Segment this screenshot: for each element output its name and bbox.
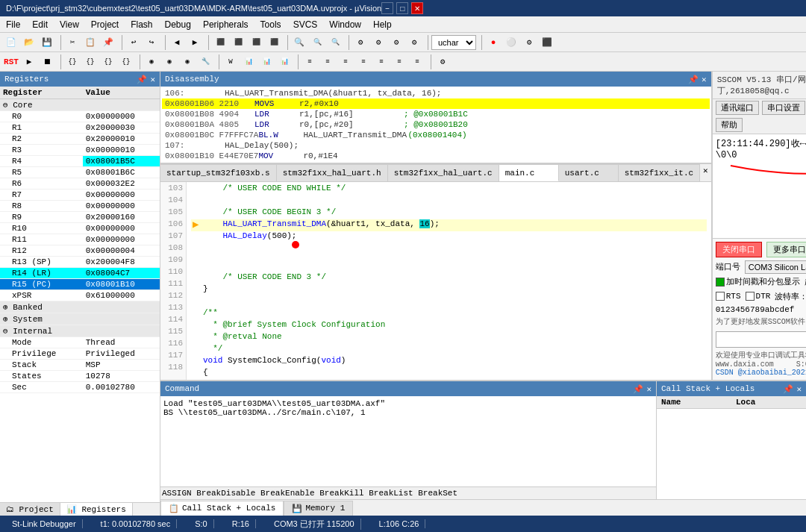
src-tab-uart-c[interactable]: stm32f1xx_hal_uart.c xyxy=(388,164,499,181)
code-line-116: void SystemClock_Config(void) xyxy=(191,356,707,368)
tb2-step2[interactable]: {} xyxy=(82,54,99,70)
reg-R5-name: R5 xyxy=(0,167,83,178)
disassembly-close-icon[interactable]: ✕ xyxy=(702,75,707,84)
tb2-bp1[interactable]: ◉ xyxy=(143,54,160,70)
disassembly-content[interactable]: 106: HAL_UART_Transmit_DMA(&huart1, tx_d… xyxy=(160,87,711,163)
menu-project[interactable]: Project xyxy=(85,16,125,32)
disassembly-pin-icon[interactable]: 📌 xyxy=(688,75,699,84)
tb-fwd[interactable]: ▶ xyxy=(187,34,203,51)
bottom-tab-callstack[interactable]: 📋 Call Stack + Locals xyxy=(160,501,284,516)
tb-copy[interactable]: 📋 xyxy=(82,34,99,51)
tb2-w2[interactable]: 📊 xyxy=(240,54,257,70)
sscom-use-text: 欢迎使用专业串口调试工具SSCOM！作者：刁小猛(丁丁),大虾电子广 xyxy=(716,350,806,360)
tb-b2[interactable]: ⬛ xyxy=(230,34,246,51)
tb2-w4[interactable]: 📊 xyxy=(276,54,293,70)
tb-nav2[interactable]: ⚙ xyxy=(370,34,387,51)
tb-nav4[interactable]: ⚙ xyxy=(406,34,422,51)
tb2-step4[interactable]: {} xyxy=(118,54,134,70)
tb2-p3[interactable]: ≡ xyxy=(337,54,354,70)
tb-b1[interactable]: ⬛ xyxy=(212,34,228,51)
tb2-gear[interactable]: ⚙ xyxy=(434,54,451,70)
tb-find[interactable]: 🔍 xyxy=(291,34,307,51)
tb-run4[interactable]: ⬛ xyxy=(539,34,555,51)
tb2-step3[interactable]: {} xyxy=(100,54,116,70)
call-stack-pin-icon[interactable]: 📌 xyxy=(783,384,793,394)
tb-cut[interactable]: ✂ xyxy=(64,34,81,51)
tb-undo[interactable]: ↩ xyxy=(125,34,142,51)
src-tab-main[interactable]: main.c xyxy=(499,164,559,181)
tb2-bp3[interactable]: ◉ xyxy=(179,54,196,70)
tb-run3[interactable]: ⚙ xyxy=(521,34,537,51)
src-tab-usart[interactable]: usart.c xyxy=(559,164,619,181)
tb-b4[interactable]: ⬛ xyxy=(266,34,282,51)
command-pin-icon[interactable]: 📌 xyxy=(633,384,643,394)
tb-save[interactable]: 💾 xyxy=(39,34,55,51)
command-input[interactable] xyxy=(162,489,655,498)
tb2-bp2[interactable]: ◉ xyxy=(161,54,178,70)
tb-new[interactable]: 📄 xyxy=(3,34,19,51)
tab-registers[interactable]: 📊 Registers xyxy=(60,503,133,516)
target-select[interactable]: uchar xyxy=(431,35,476,50)
sscom-help-btn[interactable]: 帮助 xyxy=(716,118,743,132)
menu-flash[interactable]: Flash xyxy=(125,16,158,32)
registers-pin-icon[interactable]: 📌 xyxy=(137,75,147,84)
tb2-p5[interactable]: ≡ xyxy=(373,54,390,70)
tb-find3[interactable]: 🔍 xyxy=(327,34,343,51)
sscom-close-port-btn[interactable]: 关闭串口 xyxy=(716,242,762,257)
menu-file[interactable]: File xyxy=(0,16,26,32)
close-button[interactable]: ✕ xyxy=(411,2,423,14)
tb2-w3[interactable]: 📊 xyxy=(258,54,275,70)
tb-redo[interactable]: ↪ xyxy=(143,34,160,51)
tb-nav1[interactable]: ⚙ xyxy=(352,34,369,51)
sscom-settings-btn[interactable]: 串口设置 xyxy=(762,101,805,115)
tb-find2[interactable]: 🔍 xyxy=(309,34,325,51)
code-105: /* USER CODE BEGIN 3 */ xyxy=(203,207,336,216)
menu-peripherals[interactable]: Peripherals xyxy=(197,16,254,32)
menu-help[interactable]: Help xyxy=(367,16,398,32)
rts-checkbox[interactable] xyxy=(716,292,725,301)
registers-close-icon[interactable]: ✕ xyxy=(150,75,155,84)
tb2-rst[interactable]: RST xyxy=(3,54,19,70)
src-tab-startup[interactable]: startup_stm32f103xb.s xyxy=(160,164,277,181)
sscom-port-btn[interactable]: 通讯端口 xyxy=(716,101,759,115)
menu-view[interactable]: View xyxy=(54,16,85,32)
memory-tab-label: Memory 1 xyxy=(305,504,345,513)
menu-edit[interactable]: Edit xyxy=(26,16,54,32)
source-close-icon[interactable]: ✕ xyxy=(700,164,711,181)
src-tab-it[interactable]: stm32f1xx_it.c xyxy=(619,164,700,181)
tb-back[interactable]: ◀ xyxy=(169,34,185,51)
tb-nav3[interactable]: ⚙ xyxy=(388,34,404,51)
tb-paste[interactable]: 📌 xyxy=(100,34,116,51)
sscom-more-ports-btn[interactable]: 更多串口设置 xyxy=(766,242,806,257)
tb2-b1[interactable]: ▶ xyxy=(21,54,37,70)
tb2-p1[interactable]: ≡ xyxy=(302,54,318,70)
dtr-checkbox[interactable] xyxy=(746,292,755,301)
tab-project[interactable]: 🗂 Project xyxy=(0,503,60,516)
tb-open[interactable]: 📂 xyxy=(21,34,37,51)
addtime-checkbox[interactable] xyxy=(716,278,725,287)
tb2-b2[interactable]: ⏹ xyxy=(39,54,55,70)
menu-debug[interactable]: Debug xyxy=(159,16,197,32)
maximize-button[interactable]: □ xyxy=(396,2,408,14)
tb2-step1[interactable]: {} xyxy=(64,54,81,70)
tb2-p7[interactable]: ≡ xyxy=(409,54,425,70)
bottom-tab-memory[interactable]: 💾 Memory 1 xyxy=(284,501,353,516)
sscom-send-input[interactable] xyxy=(716,331,806,348)
tb-b3[interactable]: ⬛ xyxy=(248,34,264,51)
menu-window[interactable]: Window xyxy=(323,16,367,32)
tb2-p2[interactable]: ≡ xyxy=(319,54,336,70)
menu-tools[interactable]: Tools xyxy=(254,16,287,32)
source-content[interactable]: 103 104 105 106 107 108 109 110 111 112 xyxy=(160,182,711,380)
call-stack-close-icon[interactable]: ✕ xyxy=(796,384,802,394)
tb2-p6[interactable]: ≡ xyxy=(391,54,407,70)
tb2-p4[interactable]: ≡ xyxy=(355,54,372,70)
src-tab-uart-h[interactable]: stm32f1xx_hal_uart.h xyxy=(277,164,388,181)
tb2-w1[interactable]: W xyxy=(222,54,239,70)
tb2-dbg[interactable]: 🔧 xyxy=(197,54,213,70)
sscom-port-select[interactable]: COM3 Silicon Labs CP210x U xyxy=(745,260,806,274)
command-close-icon[interactable]: ✕ xyxy=(646,384,652,394)
minimize-button[interactable]: − xyxy=(381,2,393,14)
tb-run2[interactable]: ⚪ xyxy=(503,34,519,51)
menu-svcs[interactable]: SVCS xyxy=(287,16,324,32)
tb-run1[interactable]: ● xyxy=(485,34,502,51)
